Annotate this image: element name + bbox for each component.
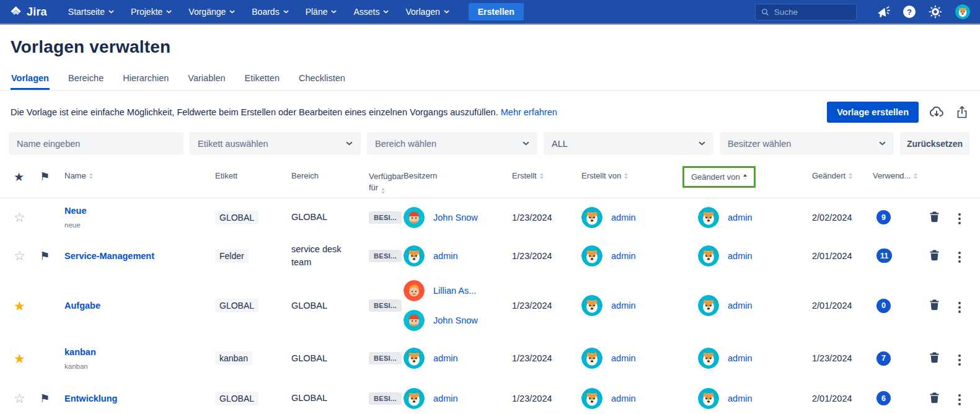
sort-icon[interactable] [849, 173, 852, 179]
kebab-menu-icon[interactable] [955, 352, 965, 368]
created-date: 1/23/2024 [512, 394, 581, 403]
trash-icon[interactable] [927, 351, 940, 363]
template-name-link[interactable]: kanban [64, 347, 215, 357]
tab-hierarchien[interactable]: Hierarchien [122, 69, 169, 90]
column-header-erstellt-von: Erstellt von [581, 171, 690, 180]
scope-filter-select[interactable]: Bereich wählen [367, 132, 537, 155]
owner-link[interactable]: admin [433, 251, 458, 261]
flag-column-icon[interactable] [37, 171, 50, 182]
tab-etiketten[interactable]: Etiketten [244, 69, 280, 90]
star-icon[interactable] [10, 299, 25, 312]
template-name-link[interactable]: Service-Management [64, 251, 215, 261]
created-by-link[interactable]: admin [611, 353, 636, 363]
nav-item-vorlagen[interactable]: Vorlagen [405, 7, 449, 17]
column-header-etikett: Etikett [215, 171, 291, 180]
kebab-menu-icon[interactable] [955, 299, 965, 315]
modified-by-link[interactable]: admin [728, 394, 753, 403]
name-filter-input[interactable] [9, 132, 183, 155]
nav-item-projekte[interactable]: Projekte [131, 7, 172, 17]
settings-gear-icon[interactable] [929, 5, 942, 19]
star-icon[interactable] [10, 249, 25, 262]
learn-more-link[interactable]: Mehr erfahren [501, 107, 557, 117]
user-avatar[interactable] [955, 4, 970, 19]
sort-icon[interactable] [914, 173, 917, 179]
template-name-link[interactable]: Aufgabe [64, 301, 215, 310]
created-by-link[interactable]: admin [611, 251, 636, 261]
usage-badge[interactable]: 6 [876, 391, 891, 405]
template-name-link[interactable]: Neue [64, 206, 215, 216]
jira-logo[interactable]: Jira [9, 5, 47, 19]
tab-checklisten[interactable]: Checklisten [298, 69, 346, 90]
kebab-menu-icon[interactable] [955, 392, 965, 408]
usage-badge[interactable]: 9 [876, 210, 891, 224]
sort-icon[interactable] [89, 173, 93, 179]
owner-avatar [404, 348, 425, 369]
column-header-geaendert-von: Geändert von [690, 171, 812, 188]
nav-item-plaene[interactable]: Pläne [306, 7, 337, 17]
kebab-menu-icon[interactable] [955, 211, 965, 227]
trash-icon[interactable] [927, 299, 940, 310]
usage-badge[interactable]: 0 [876, 299, 891, 313]
owner-link[interactable]: admin [433, 394, 458, 403]
modified-by-link[interactable]: admin [728, 301, 753, 310]
available-for-chip[interactable]: BESI... [369, 250, 402, 262]
available-for-chip[interactable]: BESI... [369, 352, 402, 364]
sort-icon[interactable] [381, 188, 385, 194]
trash-icon[interactable] [927, 211, 940, 222]
tab-bereiche[interactable]: Bereiche [68, 69, 104, 90]
flag-icon[interactable] [37, 250, 50, 262]
owner-avatar [404, 280, 425, 301]
availability-filter-select[interactable]: ALL [544, 132, 713, 155]
create-template-button[interactable]: Vorlage erstellen [827, 102, 919, 123]
available-for-chip[interactable]: BESI... [369, 211, 402, 224]
nav-item-assets[interactable]: Assets [353, 7, 389, 17]
created-by-link[interactable]: admin [611, 394, 636, 403]
create-button[interactable]: Erstellen [469, 3, 524, 20]
scope-value: GLOBAL [291, 211, 369, 223]
sort-icon[interactable] [624, 173, 628, 179]
announcements-icon[interactable] [876, 5, 890, 19]
star-icon[interactable] [10, 392, 25, 405]
label-filter-select[interactable]: Etikett auswählen [190, 132, 361, 155]
owner-filter-select[interactable]: Besitzer wählen [720, 132, 894, 155]
export-share-icon[interactable] [955, 105, 969, 120]
tab-vorlagen[interactable]: Vorlagen [11, 69, 50, 90]
import-cloud-icon[interactable] [929, 104, 945, 120]
modified-by-link[interactable]: admin [728, 353, 753, 363]
chevron-down-icon [444, 10, 449, 14]
help-icon[interactable]: ? [903, 6, 916, 18]
available-for-chip[interactable]: BESI... [369, 392, 402, 405]
owner-link[interactable]: admin [433, 353, 458, 363]
created-by-link[interactable]: admin [611, 301, 636, 310]
usage-badge[interactable]: 7 [876, 351, 891, 366]
modified-by-link[interactable]: admin [728, 213, 753, 222]
modified-date: 2/01/2024 [812, 301, 873, 310]
created-by-link[interactable]: admin [611, 213, 636, 222]
available-for-chip[interactable]: BESI... [369, 299, 402, 312]
search-input[interactable] [774, 7, 850, 17]
nav-item-boards[interactable]: Boards [252, 7, 288, 17]
name-filter-field[interactable] [17, 139, 175, 149]
star-icon[interactable] [10, 352, 25, 365]
modified-by-link[interactable]: admin [728, 251, 753, 261]
reset-filters-button[interactable]: Zurücksetzen [900, 132, 969, 155]
nav-item-vorgaenge[interactable]: Vorgänge [188, 7, 235, 17]
usage-badge[interactable]: 11 [876, 249, 892, 263]
owner-link[interactable]: John Snow [433, 315, 478, 325]
template-name-link[interactable]: Entwicklung [64, 394, 215, 403]
owner-link[interactable]: Lillian As... [433, 286, 476, 296]
star-column-icon[interactable] [10, 171, 24, 183]
label-chip: GLOBAL [215, 299, 258, 312]
tab-variablen[interactable]: Variablen [187, 69, 226, 90]
star-icon[interactable] [10, 211, 25, 224]
global-search[interactable] [755, 4, 857, 20]
sort-ascending-icon[interactable] [743, 174, 747, 180]
trash-icon[interactable] [927, 392, 940, 403]
kebab-menu-icon[interactable] [955, 249, 965, 265]
column-header-bereich: Bereich [291, 171, 369, 180]
sort-icon[interactable] [540, 173, 544, 179]
nav-item-startseite[interactable]: Startseite [68, 7, 114, 17]
owner-link[interactable]: John Snow [433, 213, 478, 222]
trash-icon[interactable] [927, 249, 940, 261]
flag-icon[interactable] [37, 393, 50, 404]
